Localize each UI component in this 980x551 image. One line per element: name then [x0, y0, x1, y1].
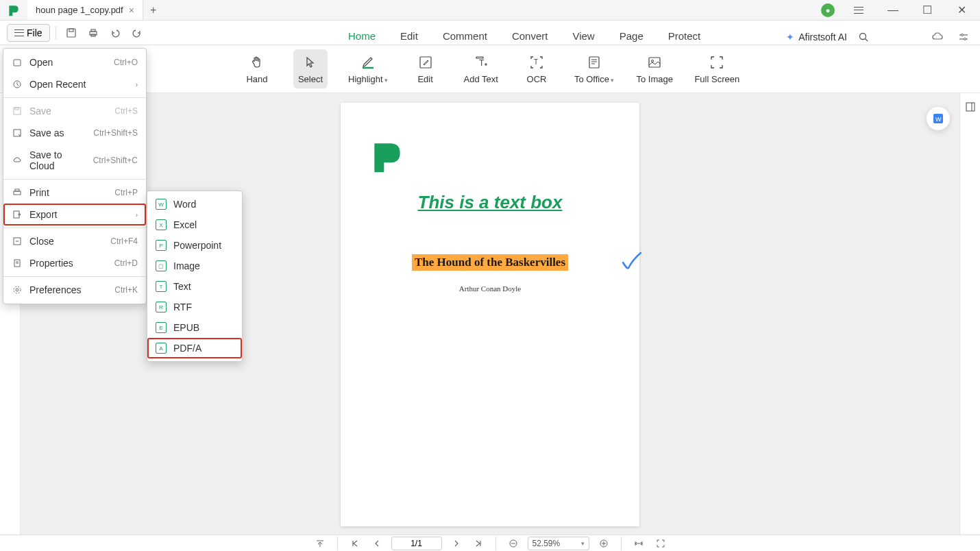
app-logo — [0, 0, 27, 21]
svg-rect-0 — [67, 29, 75, 37]
first-page-icon[interactable] — [347, 536, 363, 551]
close-window-button[interactable]: ✕ — [946, 0, 977, 21]
save-icon-button[interactable] — [62, 23, 81, 42]
ocr-tool[interactable]: T OCR — [519, 49, 554, 88]
powerpoint-icon: P — [156, 240, 167, 251]
menu-save-as[interactable]: Save as Ctrl+Shift+S — [3, 122, 146, 144]
print-icon-button[interactable] — [84, 23, 103, 42]
save-icon — [12, 106, 23, 117]
svg-rect-1 — [69, 29, 73, 32]
page-logo — [368, 137, 612, 178]
hand-label: Hand — [246, 74, 267, 84]
full-screen-icon — [709, 53, 724, 71]
menu-open[interactable]: Open Ctrl+O — [3, 51, 146, 73]
hand-tool[interactable]: Hand — [240, 49, 274, 88]
highlight-tool[interactable]: Highlight▾ — [347, 49, 389, 88]
menu-separator — [3, 228, 146, 228]
file-menu: Open Ctrl+O Open Recent › Save Ctrl+S Sa… — [3, 48, 147, 304]
next-page-icon[interactable] — [449, 536, 464, 551]
minimize-button[interactable]: — — [877, 0, 909, 21]
zoom-in-icon[interactable] — [596, 536, 611, 551]
file-menu-button[interactable]: File — [7, 24, 50, 42]
tabs: houn page 1_copy.pdf × + — [27, 0, 163, 20]
panel-toggle-icon[interactable] — [964, 100, 977, 114]
svg-text:T: T — [479, 58, 485, 68]
chevron-down-icon: ▾ — [581, 540, 585, 547]
right-rail — [959, 93, 980, 535]
highlight-icon — [360, 53, 376, 71]
zoom-out-icon[interactable] — [506, 536, 521, 551]
maximize-button[interactable]: ☐ — [911, 0, 943, 21]
edit-icon — [418, 53, 433, 71]
menu-open-recent[interactable]: Open Recent › — [3, 73, 146, 95]
export-rtf[interactable]: RRTF — [147, 297, 242, 317]
pdfa-icon: A — [156, 343, 167, 354]
image-icon: ▢ — [156, 260, 167, 271]
zoom-value: 52.59% — [532, 539, 561, 548]
add-tab-button[interactable]: + — [143, 4, 163, 16]
cloud-icon[interactable] — [928, 27, 947, 47]
book-title-wrap: The Hound of the Baskervilles — [368, 254, 612, 271]
export-epub[interactable]: EEPUB — [147, 317, 242, 338]
svg-rect-31 — [15, 189, 19, 191]
select-label: Select — [298, 74, 323, 84]
last-page-icon[interactable] — [471, 536, 486, 551]
svg-rect-3 — [91, 29, 95, 32]
zoom-select[interactable]: 52.59% ▾ — [528, 537, 589, 550]
redo-button[interactable] — [127, 23, 147, 42]
fit-width-icon[interactable] — [631, 536, 646, 551]
user-avatar[interactable]: ● — [821, 3, 835, 17]
ai-label: Afirstsoft AI — [798, 32, 847, 42]
titlebar-right: ● — ☐ ✕ — [821, 0, 980, 21]
scroll-top-icon[interactable] — [313, 536, 328, 551]
export-text[interactable]: TText — [147, 276, 242, 297]
to-image-icon — [647, 53, 662, 71]
file-label: File — [27, 27, 42, 38]
chevron-down-icon: ▾ — [611, 77, 614, 84]
export-excel[interactable]: XExcel — [147, 215, 242, 235]
export-image[interactable]: ▢Image — [147, 256, 242, 276]
export-icon — [12, 209, 23, 220]
menu-print[interactable]: Print Ctrl+P — [3, 182, 146, 204]
menu-export[interactable]: Export › — [3, 204, 146, 225]
close-icon[interactable]: × — [129, 5, 134, 16]
export-powerpoint[interactable]: PPowerpoint — [147, 235, 242, 256]
gear-icon — [12, 284, 23, 295]
ai-button[interactable]: ✦ Afirstsoft AI — [786, 32, 847, 42]
prev-page-icon[interactable] — [369, 536, 384, 551]
document-tab[interactable]: houn page 1_copy.pdf × — [27, 0, 143, 20]
menu-close[interactable]: Close Ctrl+F4 — [3, 230, 146, 252]
menu-separator — [3, 97, 146, 98]
epub-icon: E — [156, 322, 167, 333]
to-office-tool[interactable]: To Office▾ — [573, 49, 615, 88]
svg-text:T: T — [534, 58, 538, 66]
full-screen-tool[interactable]: Full Screen — [694, 49, 740, 88]
menu-save: Save Ctrl+S — [3, 100, 146, 122]
menu-preferences[interactable]: Preferences Ctrl+K — [3, 279, 146, 301]
menu-save-cloud[interactable]: Save to Cloud Ctrl+Shift+C — [3, 144, 146, 177]
select-tool[interactable]: Select — [293, 49, 328, 88]
svg-point-38 — [16, 289, 19, 291]
hamburger-icon — [14, 29, 24, 36]
svg-point-10 — [964, 38, 966, 40]
svg-rect-25 — [14, 60, 21, 66]
document-page: This is a text box The Hound of the Bask… — [341, 103, 639, 526]
svg-point-9 — [961, 34, 964, 36]
search-button[interactable] — [854, 27, 873, 47]
author-text: Arthur Conan Doyle — [368, 284, 612, 293]
export-pdfa[interactable]: APDF/A — [147, 338, 242, 358]
page-input[interactable] — [391, 537, 442, 550]
divider — [621, 537, 622, 550]
fit-page-icon[interactable] — [653, 536, 668, 551]
float-action-button[interactable]: W — [927, 107, 950, 130]
cursor-icon — [303, 53, 318, 71]
undo-button[interactable] — [106, 23, 125, 42]
edit-tool[interactable]: Edit — [408, 49, 443, 88]
menu-icon[interactable] — [843, 0, 874, 21]
menu-properties[interactable]: Properties Ctrl+D — [3, 252, 146, 274]
export-word[interactable]: WWord — [147, 194, 242, 215]
highlight-label: Highlight▾ — [348, 74, 388, 84]
to-image-tool[interactable]: To Image — [635, 49, 675, 88]
settings-icon[interactable] — [954, 27, 973, 47]
add-text-tool[interactable]: T Add Text — [462, 49, 500, 88]
